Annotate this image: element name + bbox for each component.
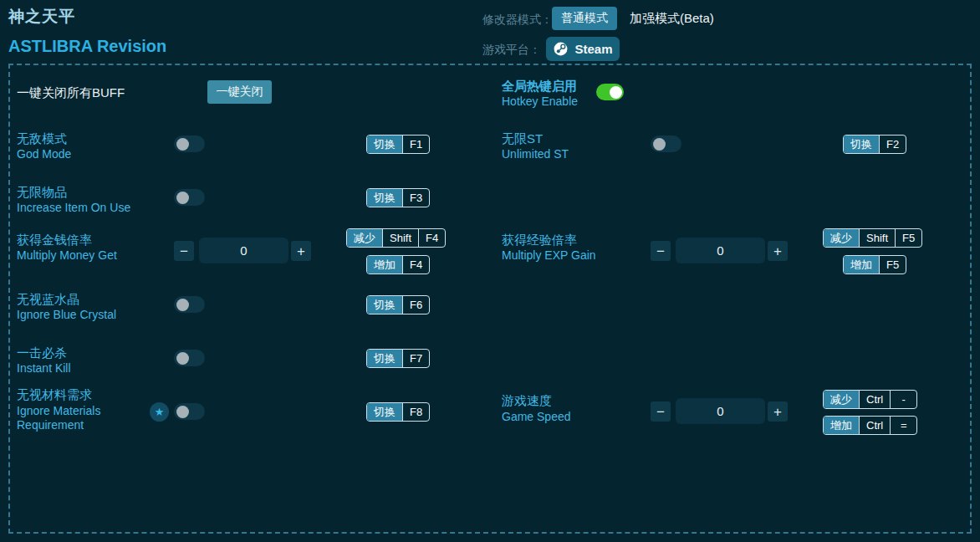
hotkey-key: F5 <box>879 256 906 274</box>
mode-enhanced-button[interactable]: 加强模式(Beta) <box>630 11 714 27</box>
hotkey-modifier: Ctrl <box>859 417 890 434</box>
unlimited-st-hotkey-button[interactable]: 切换 F2 <box>843 135 906 154</box>
game-speed-input[interactable] <box>676 398 765 424</box>
hotkey-action: 减少 <box>347 229 382 247</box>
exp-decrease-hotkey-button[interactable]: 减少 Shift F5 <box>823 228 922 248</box>
hotkey-modifier: Shift <box>859 229 895 247</box>
instant-kill-toggle[interactable] <box>174 350 205 366</box>
hotkey-action: 切换 <box>367 189 402 207</box>
hotkey-key: F4 <box>402 256 429 274</box>
hotkey-action: 切换 <box>367 403 402 421</box>
buff-close-all-button[interactable]: 一键关闭 <box>207 80 272 104</box>
toggle-knob <box>176 406 189 418</box>
ignore-blue-crystal-toggle[interactable] <box>174 296 205 313</box>
hotkey-enable-label-en: Hotkey Enable <box>502 95 578 108</box>
hotkey-action: 切换 <box>367 296 402 314</box>
trainer-window: 神之天平 ASTLIBRA Revision 修改器模式： 普通模式 加强模式(… <box>0 0 980 542</box>
hotkey-action: 增加 <box>844 256 879 274</box>
steam-icon <box>553 41 569 57</box>
cheat-label-cn: 无限ST <box>502 131 543 147</box>
hotkey-action: 切换 <box>844 136 879 153</box>
hotkey-key: - <box>890 391 916 408</box>
hotkey-action: 切换 <box>367 350 402 367</box>
money-increase-hotkey-button[interactable]: 增加 F4 <box>366 255 430 274</box>
cheat-label-cn: 无视蓝水晶 <box>17 292 79 308</box>
cheat-label-en: Ignore Materials Requirement <box>17 404 124 432</box>
ignore-blue-crystal-hotkey-button[interactable]: 切换 F6 <box>366 295 430 314</box>
hotkey-key: F5 <box>895 229 921 247</box>
exp-multiplier-input[interactable] <box>676 238 765 263</box>
game-title-cn: 神之天平 <box>8 6 75 28</box>
cheat-label-cn: 获得经验倍率 <box>502 233 577 248</box>
unlimited-st-toggle[interactable] <box>651 136 681 152</box>
ignore-materials-toggle[interactable] <box>174 403 205 420</box>
cheat-label-en: Game Speed <box>502 410 571 423</box>
mode-normal-button[interactable]: 普通模式 <box>552 7 617 30</box>
exp-increase-hotkey-button[interactable]: 增加 F5 <box>843 255 906 274</box>
hotkey-key: F4 <box>418 229 445 247</box>
hotkey-enable-label-cn: 全局热键启用 <box>502 79 577 95</box>
hotkey-key: F6 <box>402 296 429 314</box>
speed-decrease-button[interactable]: − <box>651 401 671 422</box>
money-decrease-button[interactable]: − <box>174 241 194 261</box>
cheat-label-cn: 游戏速度 <box>502 393 552 409</box>
money-multiplier-input[interactable] <box>199 238 288 263</box>
cheat-label-en: God Mode <box>17 147 71 161</box>
hotkey-modifier: Shift <box>382 229 418 247</box>
game-title-en: ASTLIBRA Revision <box>8 37 166 56</box>
steam-platform-button[interactable]: Steam <box>546 37 620 61</box>
hotkey-action: 增加 <box>367 256 402 274</box>
hotkey-modifier: Ctrl <box>859 391 890 408</box>
instant-kill-hotkey-button[interactable]: 切换 F7 <box>366 349 430 368</box>
cheat-label-cn: 无限物品 <box>17 185 67 201</box>
money-increase-button[interactable]: + <box>291 241 311 261</box>
star-icon: ★ <box>150 402 169 422</box>
hotkey-key: F7 <box>402 350 429 367</box>
toggle-knob <box>176 192 189 204</box>
toggle-knob <box>610 86 622 99</box>
toggle-knob <box>176 138 189 151</box>
exp-decrease-button[interactable]: − <box>651 241 671 261</box>
hotkey-key: F8 <box>402 403 429 421</box>
hotkey-key: = <box>890 417 916 434</box>
speed-increase-hotkey-button[interactable]: 增加 Ctrl = <box>823 416 917 435</box>
hotkey-action: 切换 <box>367 136 402 153</box>
toggle-knob <box>653 138 666 151</box>
increase-item-toggle[interactable] <box>174 189 205 206</box>
cheat-label-en: Ignore Blue Crystal <box>17 308 116 321</box>
hotkey-action: 减少 <box>824 391 859 408</box>
cheat-label-en: Multiply EXP Gain <box>502 248 596 262</box>
exp-increase-button[interactable]: + <box>768 241 788 261</box>
hotkey-key: F2 <box>879 136 906 153</box>
toggle-knob <box>176 352 189 365</box>
cheat-label-cn: 无视材料需求 <box>17 387 92 403</box>
speed-increase-button[interactable]: + <box>768 401 788 422</box>
platform-label: 游戏平台： <box>482 43 541 58</box>
hotkey-enable-toggle[interactable] <box>596 84 624 100</box>
god-mode-toggle[interactable] <box>174 136 205 152</box>
hotkey-key: F3 <box>402 189 429 207</box>
speed-decrease-hotkey-button[interactable]: 减少 Ctrl - <box>823 390 917 409</box>
cheat-label-en: Unlimited ST <box>502 147 569 161</box>
mode-normal-label: 普通模式 <box>561 11 608 26</box>
cheat-label-en: Multiply Money Get <box>17 248 117 262</box>
hotkey-action: 减少 <box>824 229 859 247</box>
cheats-panel <box>8 64 972 534</box>
buff-close-all-button-label: 一键关闭 <box>217 84 263 100</box>
money-decrease-hotkey-button[interactable]: 减少 Shift F4 <box>346 228 446 248</box>
hotkey-action: 增加 <box>824 417 859 434</box>
cheat-label-en: Increase Item On Use <box>17 201 130 214</box>
cheat-label-cn: 无敌模式 <box>17 131 67 147</box>
cheat-label-en: Instant Kill <box>17 361 71 375</box>
steam-label: Steam <box>574 42 612 56</box>
ignore-materials-hotkey-button[interactable]: 切换 F8 <box>366 402 430 422</box>
toggle-knob <box>176 299 189 311</box>
hotkey-key: F1 <box>402 136 429 153</box>
cheat-label-cn: 一击必杀 <box>17 345 67 361</box>
buff-close-label: 一键关闭所有BUFF <box>17 85 125 101</box>
god-mode-hotkey-button[interactable]: 切换 F1 <box>366 135 430 154</box>
mode-label: 修改器模式： <box>482 13 553 28</box>
increase-item-hotkey-button[interactable]: 切换 F3 <box>366 188 430 207</box>
cheat-label-cn: 获得金钱倍率 <box>17 233 92 248</box>
